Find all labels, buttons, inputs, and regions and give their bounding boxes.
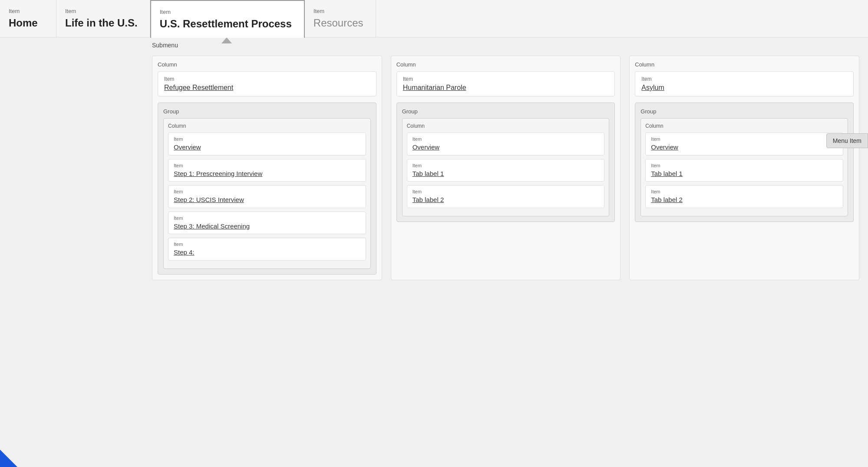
- inner-item-overview-3-title[interactable]: Overview: [651, 143, 838, 152]
- group-1-label: Group: [163, 108, 371, 115]
- group-2-label: Group: [402, 108, 610, 115]
- item-asylum-label: Item: [641, 76, 847, 82]
- inner-col-1-label: Column: [168, 123, 366, 129]
- column-1: Column Item Refugee Resettlement Group C…: [152, 56, 382, 280]
- inner-item-overview-2-title[interactable]: Overview: [413, 143, 599, 152]
- inner-col-3-label: Column: [645, 123, 843, 129]
- inner-col-2-label: Column: [407, 123, 605, 129]
- column-3: Column Item Asylum Group Column Item Ove…: [629, 56, 859, 280]
- item-asylum-title[interactable]: Asylum: [641, 84, 847, 92]
- item-humanitarian-parole[interactable]: Item Humanitarian Parole: [396, 71, 615, 96]
- item-parole-label: Item: [403, 76, 609, 82]
- inner-item-step3-label: Item: [174, 215, 360, 221]
- item-tab-label-2-col2[interactable]: Item Tab label 2: [407, 185, 605, 208]
- inner-item-tab1-col2-title[interactable]: Tab label 1: [413, 169, 599, 178]
- item-overview-1[interactable]: Item Overview: [168, 132, 366, 156]
- inner-item-step4-label: Item: [174, 242, 360, 247]
- nav-item-resettlement-label: Item: [160, 9, 292, 15]
- blue-corner-decoration: [0, 450, 17, 467]
- inner-item-step1-title[interactable]: Step 1: Prescreening Interview: [174, 169, 360, 178]
- item-parole-title[interactable]: Humanitarian Parole: [403, 84, 609, 92]
- item-overview-3[interactable]: Item Overview: [645, 132, 843, 156]
- column-2: Column Item Humanitarian Parole Group Co…: [391, 56, 621, 280]
- group-3-label: Group: [640, 108, 848, 115]
- inner-item-tab2-col3-title[interactable]: Tab label 2: [651, 195, 838, 204]
- nav-item-life-title: Life in the U.S.: [65, 17, 138, 29]
- inner-item-step3-title[interactable]: Step 3: Medical Screening: [174, 222, 360, 231]
- nav-item-home-title: Home: [9, 17, 44, 29]
- item-step1[interactable]: Item Step 1: Prescreening Interview: [168, 159, 366, 182]
- group-3: Group Column Item Overview Item Tab labe…: [635, 103, 854, 222]
- group-1: Group Column Item Overview Item Step 1: …: [158, 103, 376, 275]
- item-step3[interactable]: Item Step 3: Medical Screening: [168, 212, 366, 235]
- submenu: Submenu Column Item Refugee Resettlement…: [0, 37, 868, 289]
- inner-item-step2-title[interactable]: Step 2: USCIS Interview: [174, 195, 360, 204]
- nav-item-resettlement[interactable]: Item U.S. Resettlement Process: [150, 0, 305, 38]
- group-2: Group Column Item Overview Item Tab labe…: [396, 103, 615, 222]
- inner-item-tab1-col3-title[interactable]: Tab label 1: [651, 169, 838, 178]
- item-asylum[interactable]: Item Asylum: [635, 71, 854, 96]
- inner-item-step4-title[interactable]: Step 4:: [174, 248, 360, 257]
- inner-item-overview-1-label: Item: [174, 136, 360, 142]
- item-step4[interactable]: Item Step 4:: [168, 238, 366, 261]
- item-step2[interactable]: Item Step 2: USCIS Interview: [168, 185, 366, 208]
- nav-item-resettlement-title: U.S. Resettlement Process: [160, 18, 292, 30]
- col-3-label: Column: [635, 61, 854, 68]
- submenu-label: Submenu: [0, 37, 868, 51]
- item-refugee-title[interactable]: Refugee Resettlement: [164, 84, 370, 92]
- nav-item-life-label: Item: [65, 8, 138, 14]
- nav-item-life[interactable]: Item Life in the U.S.: [56, 0, 150, 37]
- item-tab-label-2-col3[interactable]: Item Tab label 2: [645, 185, 843, 208]
- nav-item-home[interactable]: Item Home: [0, 0, 56, 37]
- inner-item-overview-2-label: Item: [413, 136, 599, 142]
- col-2-label: Column: [396, 61, 615, 68]
- inner-col-1: Column Item Overview Item Step 1: Prescr…: [163, 118, 371, 269]
- inner-item-tab1-col2-label: Item: [413, 163, 599, 168]
- col-1-label: Column: [158, 61, 376, 68]
- inner-item-tab2-col2-title[interactable]: Tab label 2: [413, 195, 599, 204]
- item-tab-label-1-col2[interactable]: Item Tab label 1: [407, 159, 605, 182]
- inner-item-tab2-col3-label: Item: [651, 189, 838, 194]
- nav-item-resources[interactable]: Item Resources: [305, 0, 376, 37]
- inner-item-step1-label: Item: [174, 163, 360, 168]
- inner-col-3: Column Item Overview Item Tab label 1 It…: [640, 118, 848, 216]
- submenu-arrow: [221, 37, 232, 43]
- item-overview-2[interactable]: Item Overview: [407, 132, 605, 156]
- nav-item-home-label: Item: [9, 8, 44, 14]
- inner-item-overview-1-title[interactable]: Overview: [174, 143, 360, 152]
- item-tab-label-1-col3[interactable]: Item Tab label 1: [645, 159, 843, 182]
- inner-col-2: Column Item Overview Item Tab label 1 It…: [402, 118, 610, 216]
- inner-item-overview-3-label: Item: [651, 136, 838, 142]
- nav-item-resources-title: Resources: [314, 17, 363, 29]
- inner-item-tab2-col2-label: Item: [413, 189, 599, 194]
- item-refugee-label: Item: [164, 76, 370, 82]
- nav-item-resources-label: Item: [314, 8, 363, 14]
- inner-item-tab1-col3-label: Item: [651, 163, 838, 168]
- inner-item-step2-label: Item: [174, 189, 360, 194]
- submenu-content: Column Item Refugee Resettlement Group C…: [0, 51, 868, 289]
- menu-item-badge[interactable]: Menu Item: [826, 133, 868, 148]
- nav-bar: Item Home Item Life in the U.S. Item U.S…: [0, 0, 868, 37]
- item-refugee-resettlement[interactable]: Item Refugee Resettlement: [158, 71, 376, 96]
